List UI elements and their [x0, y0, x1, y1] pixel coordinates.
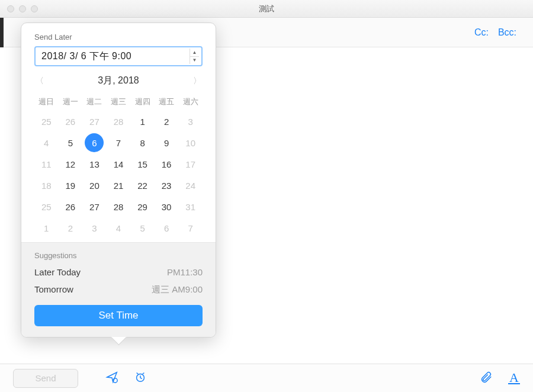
calendar-day[interactable]: 18 [34, 175, 59, 196]
calendar-day[interactable]: 9 [155, 132, 179, 153]
weekday-label: 週六 [178, 97, 203, 107]
calendar-day[interactable]: 26 [59, 196, 83, 217]
send-button[interactable]: Send [13, 369, 78, 388]
calendar-day[interactable]: 23 [155, 175, 179, 196]
weekday-label: 週一 [59, 97, 83, 107]
calendar-day[interactable]: 22 [130, 175, 155, 196]
compose-toolbar: Send A [0, 364, 533, 392]
datetime-field[interactable]: 2018/ 3/ 6 下午 9:00 ▲ ▼ [34, 46, 203, 66]
calendar-day[interactable]: 2 [155, 111, 179, 132]
set-time-button[interactable]: Set Time [34, 305, 203, 326]
stepper-down-icon[interactable]: ▼ [190, 57, 199, 65]
calendar-day[interactable]: 3 [178, 111, 203, 132]
calendar-day[interactable]: 28 [107, 111, 131, 132]
calendar-day[interactable]: 7 [107, 132, 131, 153]
weekday-label: 週五 [155, 97, 179, 107]
calendar-day[interactable]: 3 [82, 217, 107, 239]
calendar-day[interactable]: 17 [178, 153, 203, 175]
calendar-day[interactable]: 25 [34, 196, 59, 217]
weekday-label: 週日 [34, 97, 59, 107]
calendar-day[interactable]: 5 [59, 132, 83, 153]
calendar-day[interactable]: 15 [130, 153, 155, 175]
calendar-day-selected[interactable]: 6 [82, 132, 107, 153]
calendar-day[interactable]: 30 [155, 196, 179, 217]
reminder-icon[interactable] [134, 371, 147, 386]
calendar-day[interactable]: 12 [59, 153, 83, 175]
calendar-day[interactable]: 10 [178, 132, 203, 153]
bcc-button[interactable]: Bcc: [498, 27, 516, 38]
send-later-icon[interactable] [105, 371, 118, 386]
weekday-label: 週三 [107, 97, 131, 107]
calendar-day[interactable]: 13 [82, 153, 107, 175]
calendar-day[interactable]: 8 [130, 132, 155, 153]
calendar-day[interactable]: 1 [130, 111, 155, 132]
suggestion-time: 週三 AM9:00 [152, 284, 203, 295]
next-month-button[interactable]: 〉 [192, 76, 203, 86]
calendar-day[interactable]: 1 [34, 217, 59, 239]
calendar-grid: 2526272812345678910111213141516171819202… [34, 111, 203, 239]
calendar-day[interactable]: 24 [178, 175, 203, 196]
calendar-day[interactable]: 16 [155, 153, 179, 175]
calendar-day[interactable]: 26 [59, 111, 83, 132]
send-later-title: Send Later [34, 33, 203, 41]
month-year-label: 3月, 2018 [98, 75, 139, 87]
format-text-icon[interactable]: A [508, 372, 520, 384]
suggestion-row[interactable]: Tomorrow週三 AM9:00 [34, 284, 203, 295]
suggestions-title: Suggestions [34, 251, 203, 260]
window-titlebar: 測試 [0, 0, 533, 18]
calendar-day[interactable]: 14 [107, 153, 131, 175]
calendar-day[interactable]: 21 [107, 175, 131, 196]
calendar-day[interactable]: 25 [34, 111, 59, 132]
calendar-day[interactable]: 28 [107, 196, 131, 217]
attachment-icon[interactable] [480, 371, 493, 386]
suggestion-row[interactable]: Later TodayPM11:30 [34, 267, 203, 277]
calendar-day[interactable]: 27 [82, 196, 107, 217]
calendar-day[interactable]: 31 [178, 196, 203, 217]
suggestion-time: PM11:30 [167, 267, 203, 277]
calendar-day[interactable]: 6 [155, 217, 179, 239]
calendar-day[interactable]: 4 [34, 132, 59, 153]
calendar-day[interactable]: 7 [178, 217, 203, 239]
calendar-day[interactable]: 11 [34, 153, 59, 175]
calendar-day[interactable]: 2 [59, 217, 83, 239]
calendar-day[interactable]: 5 [130, 217, 155, 239]
datetime-stepper[interactable]: ▲ ▼ [190, 49, 199, 64]
datetime-value[interactable]: 2018/ 3/ 6 下午 9:00 [41, 50, 186, 63]
suggestion-label: Tomorrow [34, 284, 73, 295]
calendar-day[interactable]: 29 [130, 196, 155, 217]
suggestion-label: Later Today [34, 267, 81, 277]
weekday-header-row: 週日週一週二週三週四週五週六 [34, 97, 203, 107]
window-title: 測試 [0, 4, 533, 14]
weekday-label: 週二 [82, 97, 107, 107]
prev-month-button[interactable]: 〈 [34, 76, 45, 86]
calendar-day[interactable]: 20 [82, 175, 107, 196]
send-later-popover: Send Later 2018/ 3/ 6 下午 9:00 ▲ ▼ 〈 3月, … [21, 23, 216, 338]
calendar-day[interactable]: 27 [82, 111, 107, 132]
calendar-day[interactable]: 4 [107, 217, 131, 239]
weekday-label: 週四 [130, 97, 155, 107]
calendar-day[interactable]: 19 [59, 175, 83, 196]
stepper-up-icon[interactable]: ▲ [190, 49, 199, 57]
cc-button[interactable]: Cc: [474, 27, 489, 38]
